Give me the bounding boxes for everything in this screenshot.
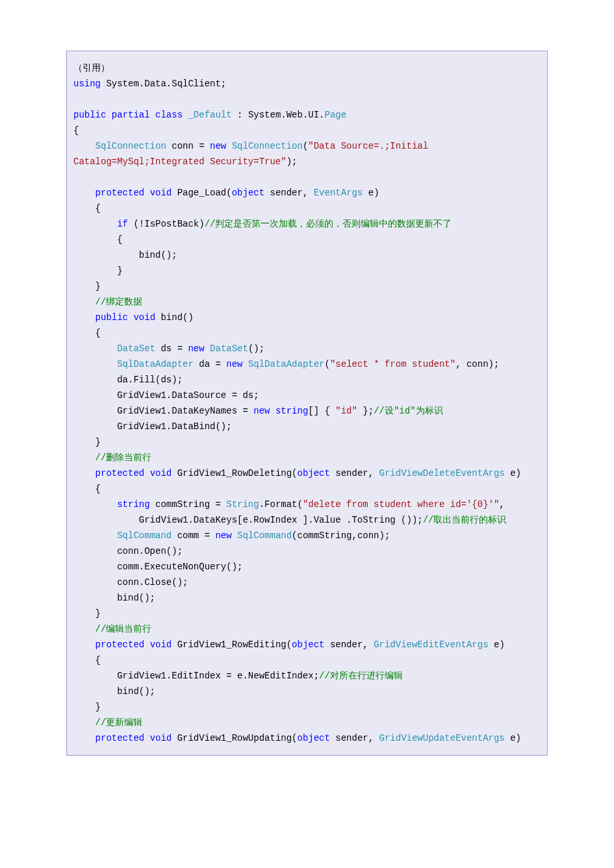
code-token: da.Fill(ds);: [73, 375, 183, 385]
code-line: //删除当前行: [73, 450, 541, 465]
code-line: bind();: [73, 590, 541, 606]
code-token: EventArgs: [314, 188, 363, 198]
code-token: public: [96, 312, 128, 323]
code-token: [73, 733, 96, 743]
code-token: [73, 188, 96, 198]
code-token: new: [210, 141, 226, 151]
code-token: protected: [96, 639, 145, 650]
code-token: [144, 733, 149, 743]
code-line: GridView1.DataKeyNames = new string[] { …: [73, 403, 541, 419]
code-line: GridView1.DataKeys[e.RowIndex ].Value .T…: [73, 512, 541, 528]
code-token: (: [325, 359, 330, 369]
code-line: [73, 169, 541, 185]
code-token: : System.Web.UI.: [232, 110, 325, 120]
code-token: string: [275, 406, 308, 416]
code-token: [73, 468, 96, 478]
code-token: void: [150, 188, 172, 198]
code-token: String: [226, 499, 259, 510]
code-line: SqlCommand comm = new SqlCommand(commStr…: [73, 528, 541, 543]
code-token: comm.ExecuteNonQuery();: [73, 562, 242, 572]
code-token: bind(): [155, 312, 194, 323]
code-token: [73, 297, 96, 307]
code-token: }: [73, 281, 101, 291]
code-line: DataSet ds = new DataSet();: [73, 341, 541, 356]
code-token: e): [505, 733, 521, 743]
code-token: e): [489, 639, 505, 650]
code-token: [73, 639, 96, 650]
code-token: Page_Load(: [172, 188, 231, 198]
code-token: (!IsPostBack): [128, 219, 205, 229]
code-token: [73, 359, 117, 369]
code-line: SqlConnection conn = new SqlConnection("…: [73, 138, 541, 154]
code-line: bind();: [73, 247, 541, 263]
code-line: [73, 92, 541, 107]
code-token: void: [150, 468, 172, 478]
code-token: [144, 639, 149, 650]
code-token: bind();: [73, 686, 155, 697]
code-token: "select * from student": [330, 359, 455, 369]
code-token: {: [73, 234, 123, 245]
code-token: //更新编辑: [96, 717, 143, 728]
code-token: //对所在行进行编辑: [319, 671, 403, 681]
code-token: void: [133, 312, 155, 323]
code-token: protected: [96, 468, 145, 478]
code-line: SqlDataAdapter da = new SqlDataAdapter("…: [73, 356, 541, 372]
code-token: da =: [194, 359, 226, 369]
code-token: [73, 530, 117, 541]
code-line: GridView1.EditIndex = e.NewEditIndex;//对…: [73, 668, 541, 684]
code-token: conn.Open();: [73, 546, 183, 556]
code-token: SqlDataAdapter: [248, 359, 325, 369]
code-token: DataSet: [117, 343, 155, 354]
code-token: using: [73, 79, 101, 89]
code-token: [73, 624, 96, 634]
code-token: "Data Source=.;Initial: [308, 141, 433, 151]
code-token: }: [73, 608, 101, 619]
code-token: .Format(: [259, 499, 303, 510]
code-token: [73, 219, 117, 229]
code-token: conn.Close();: [73, 577, 188, 588]
code-token: );: [287, 156, 298, 167]
code-line: GridView1.DataSource = ds;: [73, 388, 541, 403]
code-token: {: [73, 655, 101, 665]
code-token: sender,: [330, 468, 379, 478]
code-token: GridView1.DataKeyNames =: [73, 406, 253, 416]
code-token: protected: [96, 733, 145, 743]
code-token: （引用）: [73, 63, 110, 73]
code-line: conn.Close();: [73, 575, 541, 590]
code-token: ds =: [155, 343, 188, 354]
code-line: if (!IsPostBack)//判定是否第一次加载，必须的，否则编辑中的数据…: [73, 216, 541, 232]
code-token: [73, 343, 117, 354]
code-token: object: [297, 733, 329, 743]
code-token: bind();: [73, 593, 155, 603]
code-token: SqlCommand: [117, 530, 172, 541]
code-token: object: [292, 639, 324, 650]
code-token: object: [297, 468, 329, 478]
code-token: {: [73, 125, 79, 136]
code-token: GridView1_RowUpdating(: [172, 733, 297, 743]
code-token: protected: [96, 188, 145, 198]
code-token: //取出当前行的标识: [423, 515, 507, 525]
code-token: GridView1.DataSource = ds;: [73, 390, 259, 401]
code-token: DataSet: [210, 343, 248, 354]
code-token: void: [150, 733, 172, 743]
code-token: [73, 499, 117, 510]
code-token: System.Data.SqlClient;: [101, 79, 226, 89]
code-token: "delete from student where id='{0}'": [303, 499, 499, 510]
code-token: [73, 453, 96, 463]
code-token: e): [363, 188, 379, 198]
code-token: (commString,conn);: [292, 530, 390, 541]
code-token: [144, 468, 149, 478]
code-line: Catalog=MySql;Integrated Security=True")…: [73, 154, 541, 169]
code-token: Catalog=MySql;Integrated Security=True": [73, 156, 287, 167]
code-token: [242, 359, 248, 369]
code-token: GridView1.DataBind();: [73, 421, 232, 432]
code-token: object: [232, 188, 264, 198]
code-token: new: [215, 530, 231, 541]
code-line: }: [73, 606, 541, 621]
code-token: [270, 406, 275, 416]
code-token: ();: [248, 343, 264, 354]
code-line: //绑定数据: [73, 294, 541, 310]
code-token: ,: [499, 499, 504, 510]
code-line: {: [73, 232, 541, 247]
code-line: protected void GridView1_RowDeleting(obj…: [73, 465, 541, 481]
